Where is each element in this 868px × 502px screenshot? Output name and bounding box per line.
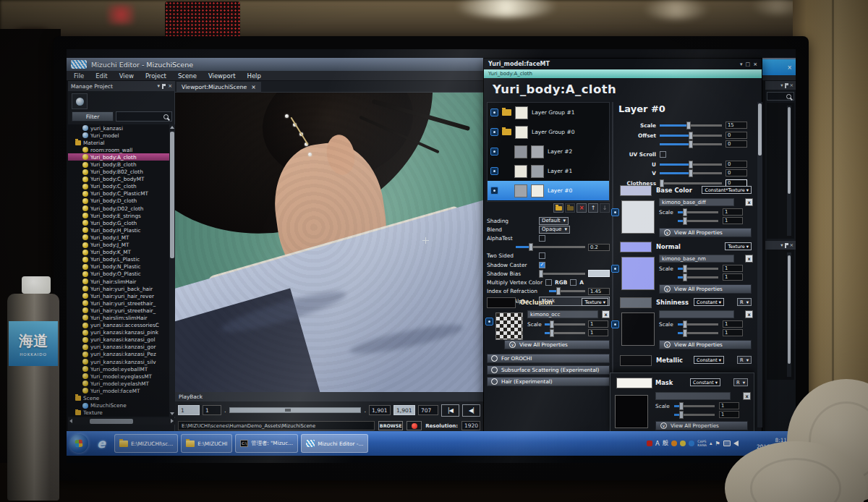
layer-scale-slider[interactable] <box>660 124 722 127</box>
scrollbar-thumb[interactable] <box>90 419 133 424</box>
multiply-rgb-checkbox[interactable] <box>545 279 552 286</box>
scrollbar-thumb[interactable] <box>788 107 791 194</box>
layer-offset-value-u[interactable]: 0 <box>726 132 747 139</box>
move-layer-up-button[interactable]: ↑ <box>588 203 598 213</box>
tree-item[interactable]: Yuri_model:eyeglassMT <box>68 373 169 380</box>
scrollbar-thumb[interactable] <box>170 132 174 258</box>
tree-item[interactable]: Scene <box>68 394 169 401</box>
tree-item[interactable]: Yuri_body:I_MT <box>68 234 169 241</box>
tree-item[interactable]: Yuri_hair:yuri_back_hair <box>68 285 169 292</box>
tree-item[interactable]: Material <box>68 139 169 146</box>
layer-row[interactable]: Layer #2 <box>488 142 609 161</box>
viewport-canvas[interactable] <box>175 93 483 392</box>
normal-swatch[interactable] <box>620 242 652 252</box>
tree-item[interactable]: Yuri_hair:yuri_hair_rever <box>68 292 169 299</box>
viewport-tab[interactable]: Viewport:MizuchiScene × <box>176 82 261 93</box>
tree-item[interactable]: Yuri_body:L_Plastic <box>68 256 169 263</box>
scrollbar-thumb[interactable] <box>788 255 791 364</box>
tree-item[interactable]: Yuri_model:eyelashMT <box>68 380 169 387</box>
scale-value-v[interactable]: 1 <box>723 273 743 281</box>
visibility-eye-icon[interactable] <box>611 208 619 216</box>
tree-item[interactable]: Yuri_body:B02_cloth <box>68 169 169 176</box>
occlusion-swatch[interactable] <box>487 297 516 308</box>
tree-item[interactable]: yuri_kanzasi:kanzasi_pink <box>68 329 169 336</box>
shininess-mode-button[interactable]: Constant▾ <box>694 298 724 306</box>
frame-end-field[interactable]: 1,901 <box>369 405 391 415</box>
resolution-field[interactable]: 1920 <box>461 421 480 430</box>
collapsed-section-bar[interactable]: Hair (Experimental) <box>487 377 610 386</box>
frame-end-field-2[interactable]: 1,901 <box>393 405 415 415</box>
tree-item[interactable]: Yuri_body:C_bodyMT <box>68 176 169 183</box>
frame-current-field[interactable]: 1 <box>203 405 221 415</box>
layer-offset-slider-v[interactable] <box>660 143 722 145</box>
scale-slider-v[interactable] <box>545 332 585 334</box>
tree-item[interactable]: Yuri_body:B_cloth <box>68 161 169 168</box>
metallic-mode-button[interactable]: Constant▾ <box>694 356 724 364</box>
close-icon[interactable]: × <box>753 61 757 67</box>
caps-kana-indicator[interactable]: CAPSKANA <box>697 440 707 448</box>
step-back-button[interactable]: ◀| <box>462 404 480 417</box>
view-all-properties-button[interactable]: ∨View All Properties <box>504 340 610 349</box>
scale-value-u[interactable]: 1 <box>588 320 608 328</box>
chevron-down-icon[interactable]: ▾ <box>780 82 783 88</box>
tree-item[interactable]: Yuri_hair:slimHair <box>68 278 169 285</box>
material-tab[interactable]: Yuri_body:A_cloth <box>484 69 762 78</box>
scale-slider-u[interactable] <box>678 323 718 326</box>
close-icon[interactable]: × <box>790 242 793 248</box>
tree-item[interactable]: Yuri_model:eyeballMT <box>68 365 169 373</box>
timeline-scrubber[interactable] <box>229 407 362 413</box>
tree-item[interactable]: yuri_kanzasi:kanzasi_silv <box>68 358 169 365</box>
mask-swatch[interactable] <box>616 378 652 388</box>
scale-value-u[interactable]: 1 <box>723 265 743 272</box>
scale-value-v[interactable]: 1 <box>588 329 608 336</box>
record-button[interactable] <box>407 421 422 430</box>
tree-item[interactable]: yuri_kanzasi:kanzasi_gor <box>68 344 169 351</box>
dock-panel-header[interactable]: ▾ × <box>765 241 796 250</box>
maximize-icon[interactable]: □ <box>746 61 751 67</box>
uv-scroll-v-value[interactable]: 0 <box>726 169 747 176</box>
scale-value-u[interactable]: 1 <box>719 402 739 409</box>
close-icon[interactable]: × <box>251 84 256 90</box>
menu-item[interactable]: Scene <box>178 72 197 80</box>
clear-texture-button[interactable]: x <box>745 310 753 318</box>
tree-item[interactable]: room:room_wall <box>68 146 169 153</box>
scrollbar-thumb[interactable] <box>758 103 762 156</box>
tree-item[interactable]: yuri_kanzasi:kanzasi_Pez <box>68 351 169 358</box>
mask-texture-field[interactable] <box>655 392 731 400</box>
multiply-a-checkbox[interactable] <box>570 279 576 286</box>
pin-icon[interactable] <box>785 83 788 88</box>
alphatest-checkbox[interactable] <box>539 235 545 242</box>
taskbar-button[interactable]: Mizuchi Editor -... <box>301 434 368 453</box>
action-center-flag-icon[interactable]: ⚑ <box>715 441 720 447</box>
alphatest-slider[interactable] <box>516 246 585 248</box>
material-scrollbar[interactable] <box>757 102 762 427</box>
tree-item[interactable]: yuri_kanzasi <box>68 124 169 132</box>
alphatest-value[interactable]: 0.2 <box>588 244 610 251</box>
mask-channel-dropdown[interactable]: R▾ <box>733 378 748 386</box>
occlusion-texture-field[interactable]: kimono_occ <box>527 310 598 318</box>
frame-start-field[interactable]: 1 <box>178 405 200 415</box>
project-panel-header[interactable]: Manage Project ▾ × <box>68 81 175 91</box>
menu-item[interactable]: Edit <box>95 72 107 80</box>
normal-mode-button[interactable]: Texture▾ <box>725 242 752 250</box>
layer-row[interactable]: Layer #0 <box>488 181 609 200</box>
base-color-mode-button[interactable]: Constant*Texture▾ <box>702 186 752 194</box>
tree-item[interactable]: Yuri_body:C_cloth <box>68 183 169 190</box>
tree-item[interactable]: Yuri_model <box>68 132 169 139</box>
scale-value-u[interactable]: 1 <box>723 208 743 216</box>
occlusion-mode-button[interactable]: Texture▾ <box>582 298 608 306</box>
filter-button[interactable]: Filter <box>72 111 114 122</box>
view-all-properties-button[interactable]: ∨View All Properties <box>659 284 752 294</box>
project-tool-button[interactable] <box>72 93 88 109</box>
tree-item[interactable]: Yuri_body:K_MT <box>68 249 169 256</box>
tree-item[interactable]: Yuri_hair:yuri_streethair_ <box>68 307 169 314</box>
tree-item[interactable]: Yuri_body:C_PlasticMT <box>68 190 169 197</box>
visibility-eye-icon[interactable] <box>490 128 498 136</box>
taskbar-button[interactable]: C:\ 管理者: "Mizuc... <box>235 434 298 453</box>
menu-item[interactable]: Viewport <box>208 72 236 80</box>
menu-item[interactable]: File <box>74 72 84 80</box>
tree-item[interactable]: Yuri_body:A_cloth <box>68 153 169 161</box>
scale-value-v[interactable]: 1 <box>723 217 743 224</box>
network-icon[interactable] <box>723 441 731 446</box>
normal-texture-field[interactable]: kimono_base_nm <box>659 255 734 263</box>
